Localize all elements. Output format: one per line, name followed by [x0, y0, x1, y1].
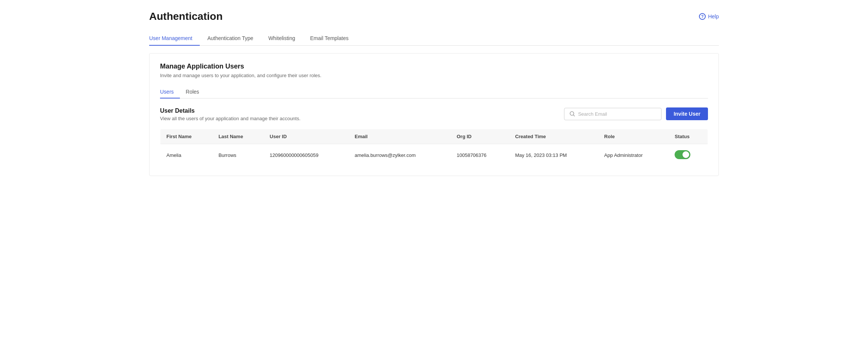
tab-user-management[interactable]: User Management — [149, 31, 200, 46]
svg-line-1 — [573, 115, 575, 116]
col-org-id: Org ID — [450, 129, 509, 144]
search-email-input[interactable] — [578, 111, 656, 117]
cell-role: App Administrator — [598, 144, 669, 167]
page-header: Authentication ? Help — [149, 10, 719, 22]
tab-whitelisting[interactable]: Whitelisting — [261, 31, 303, 46]
col-user-id: User ID — [264, 129, 349, 144]
cell-org-id: 10058706376 — [450, 144, 509, 167]
subtab-users[interactable]: Users — [160, 86, 180, 98]
subtab-roles[interactable]: Roles — [180, 86, 205, 98]
cell-user-id: 120960000000605059 — [264, 144, 349, 167]
section-description: Invite and manage users to your applicat… — [160, 73, 708, 78]
cell-email: amelia.burrows@zylker.com — [349, 144, 450, 167]
help-link[interactable]: ? Help — [699, 13, 719, 20]
invite-user-button[interactable]: Invite User — [666, 107, 708, 120]
cell-status[interactable] — [669, 144, 708, 167]
user-details-text: User Details View all the users of your … — [160, 107, 301, 121]
cell-last-name: Burrows — [213, 144, 264, 167]
content-area: Manage Application Users Invite and mana… — [149, 53, 719, 176]
help-label: Help — [708, 13, 719, 19]
user-details-header: User Details View all the users of your … — [160, 107, 708, 121]
col-email: Email — [349, 129, 450, 144]
cell-created-time: May 16, 2023 03:13 PM — [509, 144, 598, 167]
col-first-name: First Name — [160, 129, 213, 144]
col-created-time: Created Time — [509, 129, 598, 144]
help-icon: ? — [699, 13, 706, 20]
user-details-description: View all the users of your application a… — [160, 116, 301, 121]
main-tabs: User Management Authentication Type Whit… — [149, 31, 719, 46]
sub-tabs: Users Roles — [160, 86, 708, 98]
status-toggle[interactable] — [675, 150, 690, 159]
cell-first-name: Amelia — [160, 144, 213, 167]
search-box[interactable] — [564, 108, 661, 120]
page-title: Authentication — [149, 10, 223, 22]
search-icon — [570, 111, 575, 116]
users-table: First Name Last Name User ID Email Org I… — [160, 129, 708, 167]
user-details-title: User Details — [160, 107, 301, 114]
table-header-row: First Name Last Name User ID Email Org I… — [160, 129, 708, 144]
col-last-name: Last Name — [213, 129, 264, 144]
col-status: Status — [669, 129, 708, 144]
tab-email-templates[interactable]: Email Templates — [302, 31, 356, 46]
col-role: Role — [598, 129, 669, 144]
section-title: Manage Application Users — [160, 63, 708, 70]
table-row: Amelia Burrows 120960000000605059 amelia… — [160, 144, 708, 167]
user-details-actions: Invite User — [564, 107, 708, 120]
tab-authentication-type[interactable]: Authentication Type — [200, 31, 261, 46]
